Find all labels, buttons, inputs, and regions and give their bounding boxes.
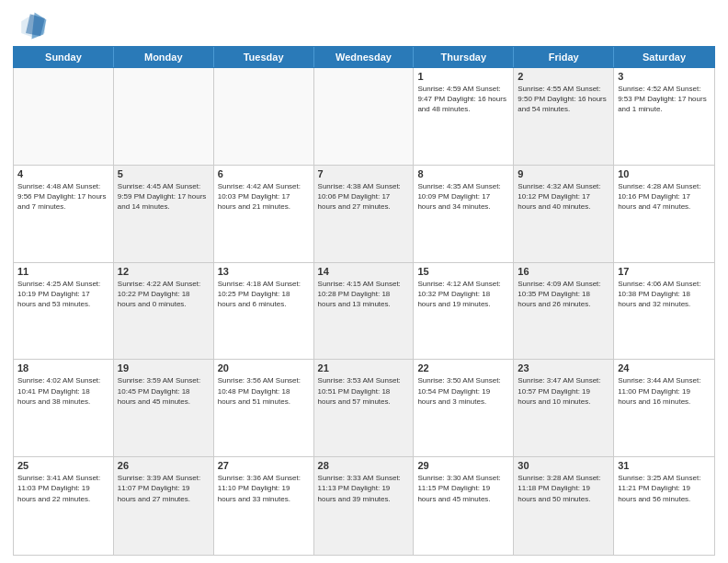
calendar-cell: 7Sunrise: 4:38 AM Sunset: 10:06 PM Dayli… (314, 166, 415, 262)
calendar-cell: 30Sunrise: 3:28 AM Sunset: 11:18 PM Dayl… (514, 457, 614, 555)
logo-icon (18, 11, 48, 40)
day-info: Sunrise: 3:36 AM Sunset: 11:10 PM Daylig… (218, 473, 310, 504)
day-info: Sunrise: 4:55 AM Sunset: 9:50 PM Dayligh… (518, 84, 609, 115)
day-info: Sunrise: 4:15 AM Sunset: 10:28 PM Daylig… (318, 279, 410, 310)
day-number: 9 (518, 168, 609, 179)
day-number: 1 (417, 71, 509, 82)
day-info: Sunrise: 4:12 AM Sunset: 10:32 PM Daylig… (417, 279, 509, 310)
calendar-cell: 1Sunrise: 4:59 AM Sunset: 9:47 PM Daylig… (414, 68, 514, 165)
calendar-cell: 17Sunrise: 4:06 AM Sunset: 10:38 PM Dayl… (614, 263, 714, 360)
day-number: 28 (318, 460, 410, 471)
day-number: 30 (518, 460, 609, 471)
day-number: 14 (318, 266, 410, 277)
day-info: Sunrise: 4:32 AM Sunset: 10:12 PM Daylig… (518, 181, 609, 213)
day-number: 20 (218, 362, 310, 373)
calendar-body: 1Sunrise: 4:59 AM Sunset: 9:47 PM Daylig… (13, 68, 715, 556)
day-info: Sunrise: 4:09 AM Sunset: 10:35 PM Daylig… (518, 279, 609, 310)
day-info: Sunrise: 4:06 AM Sunset: 10:38 PM Daylig… (618, 279, 711, 310)
day-number: 12 (118, 266, 210, 277)
day-number: 29 (417, 460, 509, 471)
calendar-cell: 24Sunrise: 3:44 AM Sunset: 11:00 PM Dayl… (614, 360, 714, 456)
header-day-thursday: Thursday (414, 47, 514, 67)
calendar-cell: 29Sunrise: 3:30 AM Sunset: 11:15 PM Dayl… (414, 457, 514, 555)
calendar-cell: 2Sunrise: 4:55 AM Sunset: 9:50 PM Daylig… (514, 68, 614, 165)
calendar-cell: 12Sunrise: 4:22 AM Sunset: 10:22 PM Dayl… (114, 263, 214, 360)
day-info: Sunrise: 4:28 AM Sunset: 10:16 PM Daylig… (618, 181, 711, 213)
day-number: 15 (417, 266, 509, 277)
day-number: 5 (118, 168, 210, 179)
calendar-cell: 8Sunrise: 4:35 AM Sunset: 10:09 PM Dayli… (414, 166, 514, 262)
calendar-cell: 25Sunrise: 3:41 AM Sunset: 11:03 PM Dayl… (14, 457, 114, 555)
day-number: 13 (218, 266, 310, 277)
calendar-cell: 14Sunrise: 4:15 AM Sunset: 10:28 PM Dayl… (314, 263, 415, 360)
calendar: SundayMondayTuesdayWednesdayThursdayFrid… (0, 46, 728, 563)
calendar-cell: 13Sunrise: 4:18 AM Sunset: 10:25 PM Dayl… (214, 263, 314, 360)
day-info: Sunrise: 3:30 AM Sunset: 11:15 PM Daylig… (417, 473, 509, 504)
day-info: Sunrise: 3:41 AM Sunset: 11:03 PM Daylig… (17, 473, 109, 504)
calendar-row-4: 18Sunrise: 4:02 AM Sunset: 10:41 PM Dayl… (14, 360, 714, 457)
day-number: 16 (518, 266, 609, 277)
day-info: Sunrise: 3:28 AM Sunset: 11:18 PM Daylig… (518, 473, 609, 504)
day-number: 19 (118, 362, 210, 373)
calendar-cell: 22Sunrise: 3:50 AM Sunset: 10:54 PM Dayl… (414, 360, 514, 456)
calendar-row-5: 25Sunrise: 3:41 AM Sunset: 11:03 PM Dayl… (14, 457, 714, 555)
calendar-cell: 3Sunrise: 4:52 AM Sunset: 9:53 PM Daylig… (614, 68, 714, 165)
calendar-cell: 31Sunrise: 3:25 AM Sunset: 11:21 PM Dayl… (614, 457, 714, 555)
header-day-monday: Monday (114, 47, 214, 67)
calendar-cell: 18Sunrise: 4:02 AM Sunset: 10:41 PM Dayl… (14, 360, 114, 456)
calendar-cell: 6Sunrise: 4:42 AM Sunset: 10:03 PM Dayli… (214, 166, 314, 262)
header-day-friday: Friday (514, 47, 614, 67)
day-info: Sunrise: 3:50 AM Sunset: 10:54 PM Daylig… (417, 375, 509, 407)
logo (18, 11, 51, 40)
calendar-cell: 20Sunrise: 3:56 AM Sunset: 10:48 PM Dayl… (214, 360, 314, 456)
header-day-sunday: Sunday (14, 47, 114, 67)
day-number: 25 (17, 460, 109, 471)
day-info: Sunrise: 4:52 AM Sunset: 9:53 PM Dayligh… (618, 84, 711, 115)
day-number: 31 (618, 460, 711, 471)
day-info: Sunrise: 3:39 AM Sunset: 11:07 PM Daylig… (118, 473, 210, 504)
header (0, 0, 728, 46)
header-day-wednesday: Wednesday (314, 47, 415, 67)
day-number: 27 (218, 460, 310, 471)
day-info: Sunrise: 3:25 AM Sunset: 11:21 PM Daylig… (618, 473, 711, 504)
calendar-row-1: 1Sunrise: 4:59 AM Sunset: 9:47 PM Daylig… (14, 68, 714, 166)
calendar-cell: 23Sunrise: 3:47 AM Sunset: 10:57 PM Dayl… (514, 360, 614, 456)
calendar-row-2: 4Sunrise: 4:48 AM Sunset: 9:56 PM Daylig… (14, 166, 714, 263)
page: SundayMondayTuesdayWednesdayThursdayFrid… (0, 0, 728, 563)
calendar-cell: 10Sunrise: 4:28 AM Sunset: 10:16 PM Dayl… (614, 166, 714, 262)
day-number: 22 (417, 362, 509, 373)
calendar-cell: 9Sunrise: 4:32 AM Sunset: 10:12 PM Dayli… (514, 166, 614, 262)
day-info: Sunrise: 3:53 AM Sunset: 10:51 PM Daylig… (318, 375, 410, 407)
day-info: Sunrise: 4:18 AM Sunset: 10:25 PM Daylig… (218, 279, 310, 310)
day-info: Sunrise: 4:48 AM Sunset: 9:56 PM Dayligh… (17, 181, 109, 213)
header-day-tuesday: Tuesday (214, 47, 314, 67)
day-number: 11 (17, 266, 109, 277)
day-info: Sunrise: 3:59 AM Sunset: 10:45 PM Daylig… (118, 375, 210, 407)
day-number: 3 (618, 71, 711, 82)
calendar-cell: 11Sunrise: 4:25 AM Sunset: 10:19 PM Dayl… (14, 263, 114, 360)
calendar-cell: 28Sunrise: 3:33 AM Sunset: 11:13 PM Dayl… (314, 457, 415, 555)
day-info: Sunrise: 3:44 AM Sunset: 11:00 PM Daylig… (618, 375, 711, 407)
calendar-cell: 27Sunrise: 3:36 AM Sunset: 11:10 PM Dayl… (214, 457, 314, 555)
day-number: 7 (318, 168, 410, 179)
day-number: 10 (618, 168, 711, 179)
calendar-cell (314, 68, 415, 165)
day-number: 8 (417, 168, 509, 179)
day-info: Sunrise: 4:38 AM Sunset: 10:06 PM Daylig… (318, 181, 410, 213)
day-number: 24 (618, 362, 711, 373)
day-info: Sunrise: 4:59 AM Sunset: 9:47 PM Dayligh… (417, 84, 509, 115)
day-info: Sunrise: 4:45 AM Sunset: 9:59 PM Dayligh… (118, 181, 210, 213)
day-info: Sunrise: 4:22 AM Sunset: 10:22 PM Daylig… (118, 279, 210, 310)
day-number: 2 (518, 71, 609, 82)
day-number: 21 (318, 362, 410, 373)
day-info: Sunrise: 4:02 AM Sunset: 10:41 PM Daylig… (17, 375, 109, 407)
header-day-saturday: Saturday (614, 47, 714, 67)
day-info: Sunrise: 4:42 AM Sunset: 10:03 PM Daylig… (218, 181, 310, 213)
day-number: 4 (17, 168, 109, 179)
day-info: Sunrise: 3:47 AM Sunset: 10:57 PM Daylig… (518, 375, 609, 407)
day-number: 17 (618, 266, 711, 277)
calendar-cell (114, 68, 214, 165)
day-number: 23 (518, 362, 609, 373)
day-number: 6 (218, 168, 310, 179)
calendar-cell: 19Sunrise: 3:59 AM Sunset: 10:45 PM Dayl… (114, 360, 214, 456)
